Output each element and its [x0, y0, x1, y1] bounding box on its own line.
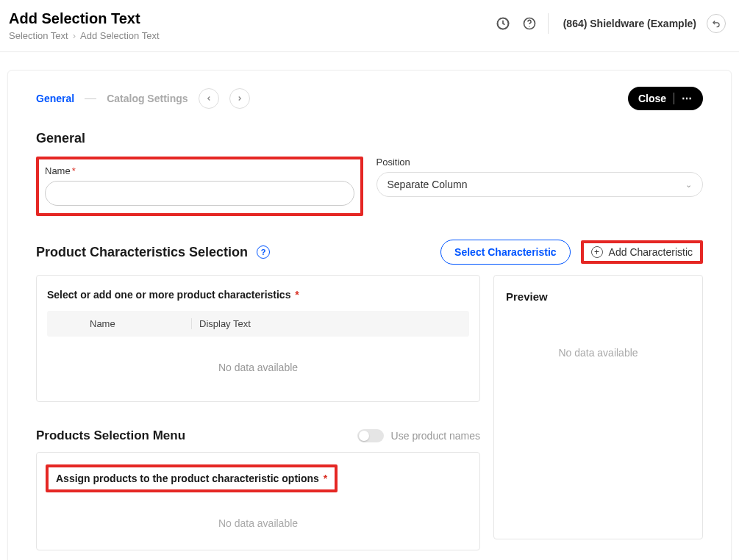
help-tooltip-icon[interactable]: ? [257, 245, 270, 259]
highlight-assign-heading: Assign products to the product character… [46, 464, 338, 492]
left-column: Select or add one or more product charac… [36, 275, 480, 550]
help-icon[interactable] [521, 15, 538, 32]
tab-catalog-settings[interactable]: Catalog Settings [107, 93, 188, 104]
highlight-add-characteristic: + Add Characteristic [581, 240, 703, 264]
breadcrumb-separator: › [73, 30, 76, 41]
required-asterisk: * [321, 473, 327, 484]
back-icon[interactable] [707, 14, 726, 33]
chevron-down-icon: ⌄ [685, 180, 692, 190]
section-general-title: General [36, 131, 703, 146]
main-columns: Select or add one or more product charac… [36, 275, 703, 550]
tab-separator [85, 98, 96, 99]
header-divider [548, 13, 549, 34]
tab-next-button[interactable] [229, 88, 250, 109]
tab-prev-button[interactable] [199, 88, 219, 109]
breadcrumb-current: Add Selection Text [80, 30, 159, 41]
th-name: Name [59, 318, 191, 329]
position-select[interactable]: Separate Column ⌄ [376, 172, 704, 197]
position-select-value: Separate Column [388, 179, 468, 190]
characteristics-panel: Select or add one or more product charac… [36, 275, 480, 402]
required-asterisk: * [72, 165, 76, 176]
use-product-names-toggle[interactable] [357, 429, 384, 442]
highlight-name-field: Name* [36, 157, 363, 216]
required-asterisk: * [292, 289, 299, 301]
more-icon[interactable]: ⋯ [682, 93, 693, 104]
name-input[interactable] [45, 181, 354, 206]
close-button-label: Close [638, 93, 666, 104]
th-display-text: Display Text [191, 318, 457, 329]
assign-no-data: No data available [46, 492, 471, 529]
plus-icon: + [591, 246, 603, 258]
add-characteristic-button[interactable]: + Add Characteristic [591, 246, 693, 258]
product-characteristics-header: Product Characteristics Selection ? Sele… [36, 240, 703, 265]
page-title: Add Selection Text [9, 10, 160, 27]
products-selection-title: Products Selection Menu [36, 428, 185, 443]
breadcrumb: Selection Text › Add Selection Text [9, 30, 160, 41]
main-card: General Catalog Settings Close ⋯ General… [7, 70, 732, 560]
breadcrumb-parent[interactable]: Selection Text [9, 30, 68, 41]
toggle-label: Use product names [391, 430, 480, 442]
tabs-row: General Catalog Settings Close ⋯ [36, 71, 703, 123]
preview-title: Preview [506, 290, 690, 303]
name-label: Name* [45, 165, 354, 176]
tabs: General Catalog Settings [36, 88, 250, 109]
svg-point-2 [529, 26, 529, 27]
position-field-wrapper: Position Separate Column ⌄ [376, 157, 704, 197]
add-characteristic-label: Add Characteristic [609, 246, 693, 258]
characteristics-no-data: No data available [47, 337, 469, 388]
assign-products-panel: Assign products to the product character… [36, 452, 480, 550]
characteristics-table-header: Name Display Text [47, 311, 469, 337]
account-label[interactable]: (864) Shieldware (Example) [563, 18, 696, 29]
product-characteristics-title: Product Characteristics Selection [36, 245, 248, 260]
select-characteristic-button[interactable]: Select Characteristic [440, 240, 571, 265]
tab-general[interactable]: General [36, 93, 74, 104]
name-field-wrapper: Name* [36, 157, 363, 216]
preview-panel: Preview No data available [493, 275, 703, 539]
assign-products-heading: Assign products to the product character… [56, 473, 327, 484]
close-button[interactable]: Close ⋯ [628, 87, 703, 110]
use-product-names-toggle-wrap: Use product names [357, 429, 480, 442]
product-characteristics-actions: Select Characteristic + Add Characterist… [440, 240, 703, 265]
toggle-knob [359, 431, 369, 441]
history-icon[interactable] [495, 15, 511, 32]
general-fields-row: Name* Position Separate Column ⌄ [36, 157, 703, 216]
page-header: Add Selection Text Selection Text › Add … [0, 0, 739, 52]
header-right: (864) Shieldware (Example) [495, 10, 726, 34]
characteristics-panel-heading: Select or add one or more product charac… [47, 289, 469, 301]
position-label: Position [376, 157, 704, 168]
preview-no-data: No data available [506, 347, 690, 359]
products-selection-header: Products Selection Menu Use product name… [36, 428, 480, 443]
header-left: Add Selection Text Selection Text › Add … [9, 10, 160, 41]
right-column: Preview No data available [493, 275, 703, 550]
close-divider [674, 93, 674, 104]
